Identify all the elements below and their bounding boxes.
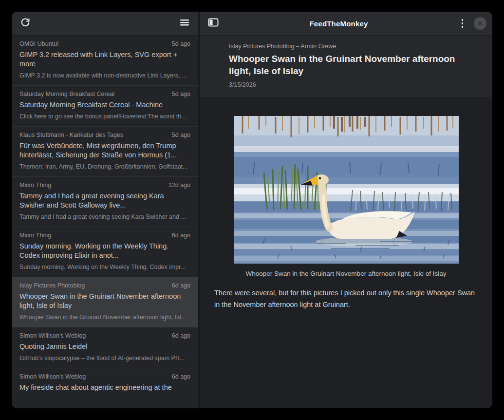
article-source: Islay Pictures Photoblog – Armin Grewe bbox=[229, 43, 463, 50]
list-item[interactable]: Islay Pictures Photoblog 6d ago Whooper … bbox=[12, 277, 198, 327]
list-item[interactable]: Simon Willison's Weblog 6d ago My firesi… bbox=[12, 368, 198, 408]
refresh-icon bbox=[20, 17, 31, 30]
list-item[interactable]: Simon Willison's Weblog 6d ago Quoting J… bbox=[12, 327, 198, 368]
feed-item-summary: Themen: Iran, Army, EU, Drohung, Großbri… bbox=[19, 163, 190, 171]
swan-photo bbox=[234, 116, 459, 264]
article-toolbar: FeedTheMonkey × bbox=[200, 12, 492, 36]
app-title: FeedTheMonkey bbox=[229, 19, 448, 28]
article-header: Islay Pictures Photoblog – Armin Grewe W… bbox=[200, 36, 492, 96]
list-item[interactable]: Saturday Morning Breakfast Cereal 5d ago… bbox=[12, 86, 198, 127]
feed-item-time: 5d ago bbox=[172, 40, 190, 47]
feed-item-title: My fireside chat about agentic engineeri… bbox=[19, 383, 190, 392]
feed-item-time: 6d ago bbox=[172, 232, 190, 239]
feed-item-source: Islay Pictures Photoblog bbox=[19, 282, 85, 289]
feed-item-time: 5d ago bbox=[172, 91, 190, 97]
kebab-dot bbox=[462, 22, 464, 24]
list-item[interactable]: Klaus Stuttmann - Karikatur des Tages 5d… bbox=[12, 127, 198, 177]
feed-item-summary: Tammy and I had a great evening seeing K… bbox=[19, 213, 190, 221]
list-toolbar bbox=[12, 12, 198, 36]
feed-item-summary: Sunday morning. Working on the Weekly Th… bbox=[19, 263, 190, 271]
feed-item-title: Sunday morning. Working on the Weekly Th… bbox=[19, 242, 190, 260]
sidebar-toggle-icon bbox=[208, 18, 219, 29]
toggle-sidebar-button[interactable] bbox=[206, 17, 220, 30]
list-item[interactable]: Micro Thing 6d ago Sunday morning. Worki… bbox=[12, 227, 198, 277]
feed-item-summary: GIMP 3.2 is now available with non-destr… bbox=[19, 72, 190, 80]
feed-item-source: Saturday Morning Breakfast Cereal bbox=[19, 91, 114, 97]
article-date: 3/15/2026 bbox=[229, 81, 463, 88]
feed-item-time: 5d ago bbox=[172, 132, 190, 138]
feed-item-time: 6d ago bbox=[172, 373, 190, 380]
feed-item-summary bbox=[19, 395, 190, 403]
feed-item-source: Simon Willison's Weblog bbox=[19, 373, 86, 380]
hamburger-menu-icon bbox=[180, 18, 189, 29]
close-button[interactable]: × bbox=[474, 17, 486, 30]
feed-item-title: Whooper Swan in the Gruinart November af… bbox=[19, 292, 190, 310]
feed-item-summary: GitHub's slopocalypse – the flood of AI-… bbox=[19, 354, 190, 363]
feed-item-source: Klaus Stuttmann - Karikatur des Tages bbox=[19, 132, 123, 138]
kebab-dot bbox=[462, 19, 464, 21]
article-body: Whooper Swan in the Gruinart November af… bbox=[200, 96, 492, 408]
feed-item-title: Saturday Morning Breakfast Cereal - Mach… bbox=[19, 100, 190, 110]
feed-item-time: 6d ago bbox=[172, 282, 190, 289]
feed-item-source: Simon Willison's Weblog bbox=[19, 332, 86, 339]
overflow-menu-button[interactable] bbox=[458, 17, 467, 30]
feed-item-source: Micro Thing bbox=[19, 232, 51, 239]
feed-list: OMG! Ubuntu! 5d ago GIMP 3.2 released wi… bbox=[12, 36, 198, 408]
feed-item-title: Für was Verbündete, Mist wegräumen, den … bbox=[19, 141, 190, 160]
feed-item-time: 12d ago bbox=[168, 182, 190, 189]
article-pane: FeedTheMonkey × Islay Pictures Photoblog… bbox=[200, 12, 492, 408]
photo-caption: Whooper Swan in the Gruinart November af… bbox=[214, 270, 478, 277]
feed-list-pane: OMG! Ubuntu! 5d ago GIMP 3.2 released wi… bbox=[12, 12, 198, 408]
feed-item-source: Micro Thing bbox=[19, 182, 51, 189]
list-item[interactable]: Micro Thing 12d ago Tammy and I had a gr… bbox=[12, 177, 198, 227]
feed-item-summary: Click here to go see the bonus panel!Hov… bbox=[19, 113, 190, 121]
article-title: Whooper Swan in the Gruinart November af… bbox=[229, 53, 463, 77]
article-photo-figure bbox=[234, 116, 459, 264]
feed-item-title: GIMP 3.2 released with Link Layers, SVG … bbox=[19, 50, 190, 69]
list-menu-button[interactable] bbox=[178, 17, 191, 30]
article-text: There were several, but for this picture… bbox=[214, 287, 478, 310]
feed-item-summary: Whooper Swan in the Gruinart November af… bbox=[19, 313, 190, 322]
feed-item-title: Quoting Jannis Leidel bbox=[19, 342, 190, 351]
refresh-button[interactable] bbox=[19, 17, 32, 30]
close-icon: × bbox=[478, 20, 482, 27]
feed-item-source: OMG! Ubuntu! bbox=[19, 40, 59, 47]
list-item[interactable]: OMG! Ubuntu! 5d ago GIMP 3.2 released wi… bbox=[12, 36, 198, 86]
kebab-dot bbox=[462, 26, 464, 28]
feed-item-title: Tammy and I had a great evening seeing K… bbox=[19, 191, 190, 210]
feed-item-time: 6d ago bbox=[172, 332, 190, 339]
app-window: OMG! Ubuntu! 5d ago GIMP 3.2 released wi… bbox=[12, 12, 492, 408]
